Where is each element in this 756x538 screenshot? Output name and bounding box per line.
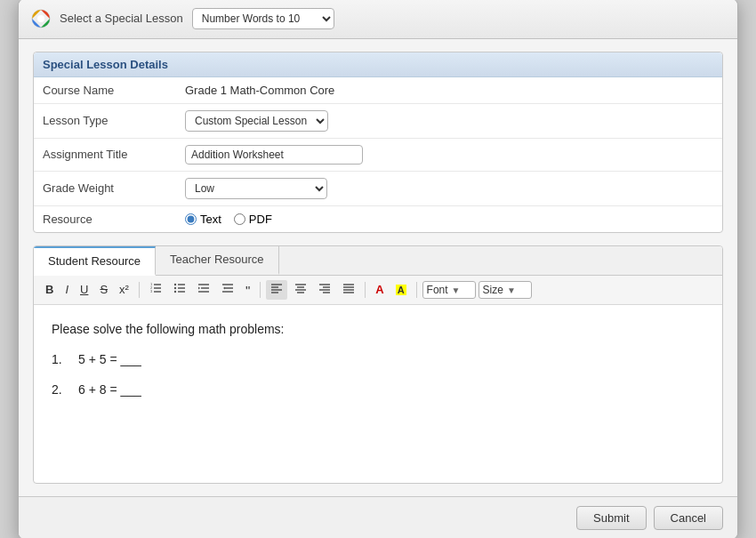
resource-text-radio[interactable] [185, 213, 197, 225]
list-item-2: 2. 6 + 8 = ___ [52, 380, 704, 401]
assignment-title-label: Assignment Title [34, 138, 176, 171]
separator-3 [365, 282, 366, 298]
tab-student-resource[interactable]: Student Resource [34, 246, 156, 276]
lesson-type-cell: Custom Special Lesson [176, 103, 722, 138]
grade-weight-label: Grade Weight [34, 171, 176, 205]
grade-weight-row: Grade Weight Low [34, 171, 722, 205]
bold-button[interactable]: B [41, 281, 58, 300]
strikethrough-button[interactable]: S [95, 281, 112, 300]
resource-radio-group: Text PDF [185, 213, 713, 226]
resource-text-option[interactable]: Text [185, 213, 221, 226]
lesson-type-select[interactable]: Custom Special Lesson [185, 110, 328, 132]
course-name-row: Course Name Grade 1 Math-Common Core [34, 77, 722, 104]
font-dropdown[interactable]: Font ▼ [422, 281, 476, 299]
assignment-title-input[interactable] [185, 145, 363, 165]
assignment-title-row: Assignment Title [34, 138, 722, 171]
align-right-icon [318, 282, 331, 294]
font-color-icon: A [375, 283, 383, 296]
dialog-container: Select a Special Lesson Number Words to … [18, 0, 738, 538]
align-right-button[interactable] [314, 280, 335, 301]
align-justify-button[interactable] [338, 280, 359, 301]
align-center-button[interactable] [290, 280, 311, 301]
font-label: Font [427, 284, 448, 296]
lesson-select[interactable]: Number Words to 10 [192, 8, 334, 29]
ordered-list-icon: 123 [149, 282, 162, 294]
svg-point-12 [174, 286, 176, 288]
dialog-header: Select a Special Lesson Number Words to … [19, 0, 737, 39]
italic-button[interactable]: I [60, 281, 73, 300]
align-center-icon [294, 282, 307, 294]
separator-1 [139, 282, 140, 298]
indent-button[interactable] [193, 280, 214, 301]
course-name-value: Grade 1 Math-Common Core [176, 77, 722, 104]
font-color-button[interactable]: A [371, 281, 388, 300]
select-lesson-label: Select a Special Lesson [60, 12, 183, 25]
list-text-2: 6 + 8 = ___ [78, 380, 141, 401]
underline-button[interactable]: U [76, 281, 92, 300]
svg-marker-21 [223, 286, 225, 289]
course-name-label: Course Name [34, 77, 176, 104]
dialog-footer: Submit Cancel [19, 496, 737, 538]
form-table: Course Name Grade 1 Math-Common Core Les… [34, 77, 722, 232]
svg-text:3: 3 [150, 289, 153, 293]
svg-point-1 [37, 15, 44, 22]
list-num-1: 1. [52, 349, 69, 371]
list-num-2: 2. [52, 380, 69, 401]
unordered-list-button[interactable] [169, 280, 190, 301]
cancel-button[interactable]: Cancel [654, 506, 723, 530]
grade-weight-cell: Low [176, 171, 722, 205]
list-item-1: 1. 5 + 5 = ___ [52, 349, 704, 371]
svg-marker-17 [198, 286, 200, 289]
lesson-type-label: Lesson Type [34, 103, 176, 138]
list-text-1: 5 + 5 = ___ [78, 349, 141, 371]
editor-panel: Student Resource Teacher Resource B I U … [33, 245, 723, 485]
editor-toolbar: B I U S x² 123 " [34, 276, 722, 306]
special-lesson-details-panel: Special Lesson Details Course Name Grade… [33, 52, 723, 233]
tab-teacher-resource[interactable]: Teacher Resource [156, 246, 279, 275]
dialog-body: Special Lesson Details Course Name Grade… [19, 39, 737, 497]
align-justify-icon [342, 282, 355, 294]
align-left-button[interactable] [266, 280, 287, 301]
outdent-icon [221, 282, 234, 294]
editor-content[interactable]: Please solve the following math problems… [34, 305, 722, 483]
resource-pdf-radio[interactable] [234, 213, 245, 225]
blockquote-button[interactable]: " [241, 282, 254, 299]
font-dropdown-arrow: ▼ [452, 285, 461, 295]
unordered-list-icon [173, 282, 186, 294]
highlight-icon: A [396, 285, 406, 295]
submit-button[interactable]: Submit [576, 506, 646, 530]
resource-text-label: Text [200, 213, 221, 226]
resource-pdf-label: PDF [249, 213, 272, 226]
assignment-title-cell [176, 138, 722, 171]
size-dropdown-arrow: ▼ [507, 285, 516, 295]
tab-bar: Student Resource Teacher Resource [34, 246, 722, 276]
resource-cell: Text PDF [176, 205, 722, 232]
resource-row: Resource Text PDF [34, 205, 722, 232]
editor-intro: Please solve the following math problems… [52, 319, 704, 341]
section-header: Special Lesson Details [34, 52, 722, 77]
app-logo-icon [31, 9, 51, 28]
lesson-type-row: Lesson Type Custom Special Lesson [34, 103, 722, 138]
svg-point-13 [174, 290, 176, 292]
ordered-list-button[interactable]: 123 [145, 280, 166, 301]
size-dropdown[interactable]: Size ▼ [479, 281, 532, 299]
separator-4 [416, 282, 417, 298]
superscript-button[interactable]: x² [115, 281, 133, 300]
separator-2 [260, 282, 261, 298]
editor-list: 1. 5 + 5 = ___ 2. 6 + 8 = ___ [52, 349, 704, 401]
resource-pdf-option[interactable]: PDF [234, 213, 272, 226]
indent-icon [197, 282, 210, 294]
svg-point-11 [174, 283, 176, 285]
highlight-button[interactable]: A [391, 281, 411, 300]
resource-label: Resource [34, 205, 176, 232]
align-left-icon [270, 282, 283, 294]
grade-weight-select[interactable]: Low [185, 178, 327, 199]
size-label: Size [483, 284, 503, 296]
outdent-button[interactable] [217, 280, 238, 301]
